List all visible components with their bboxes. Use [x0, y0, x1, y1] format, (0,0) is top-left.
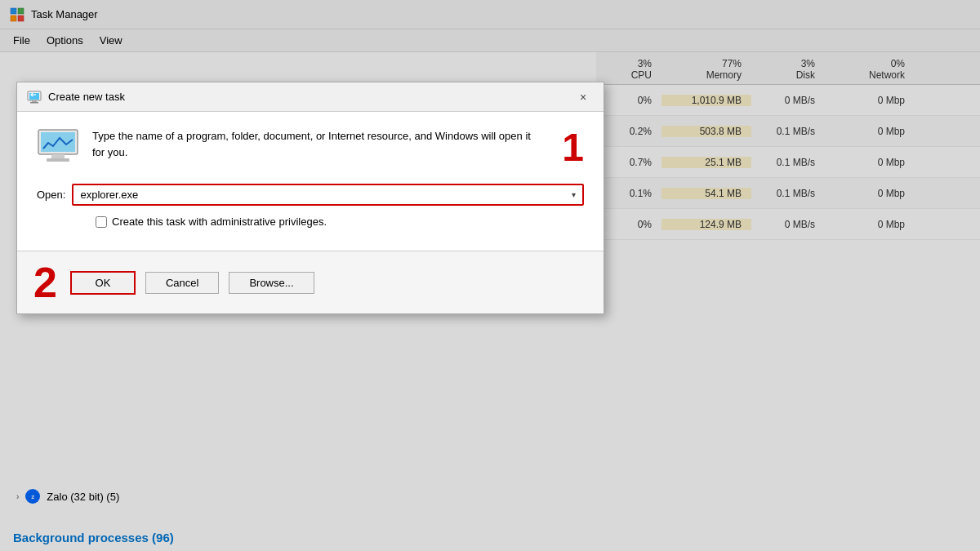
dialog-titlebar: Create new task ×: [17, 82, 604, 112]
open-label: Open:: [37, 189, 65, 201]
dialog-body: Type the name of a program, folder, docu…: [17, 112, 604, 251]
svg-rect-5: [29, 93, 39, 100]
svg-rect-7: [30, 102, 38, 104]
ok-button[interactable]: OK: [70, 271, 136, 295]
checkbox-row: Create this task with administrative pri…: [96, 216, 584, 228]
svg-rect-6: [32, 100, 37, 102]
open-input[interactable]: [74, 185, 565, 204]
open-input-wrapper: ▾: [72, 184, 584, 206]
open-row: Open: ▾: [37, 184, 584, 206]
svg-rect-12: [47, 158, 69, 162]
dialog-title-text: Create new task: [48, 91, 125, 103]
computer-icon: [37, 128, 79, 164]
checkbox-label: Create this task with administrative pri…: [112, 216, 327, 228]
run-dialog-icon: [27, 90, 42, 104]
dialog-description: Type the name of a program, folder, docu…: [92, 128, 542, 160]
browse-button[interactable]: Browse...: [229, 272, 314, 294]
cancel-button[interactable]: Cancel: [145, 272, 219, 294]
dialog-close-button[interactable]: ×: [572, 87, 594, 108]
svg-rect-11: [51, 154, 65, 158]
annotation-1: 1: [562, 128, 584, 167]
dialog-title-left: Create new task: [27, 90, 125, 104]
dialog-footer: 2 OK Cancel Browse...: [17, 251, 604, 313]
create-task-dialog: Create new task × Type the name of a pro…: [16, 82, 604, 314]
annotation-2: 2: [33, 261, 57, 304]
admin-privileges-checkbox[interactable]: [96, 216, 107, 228]
description-row: Type the name of a program, folder, docu…: [37, 128, 584, 167]
open-dropdown-button[interactable]: ▾: [565, 187, 582, 202]
